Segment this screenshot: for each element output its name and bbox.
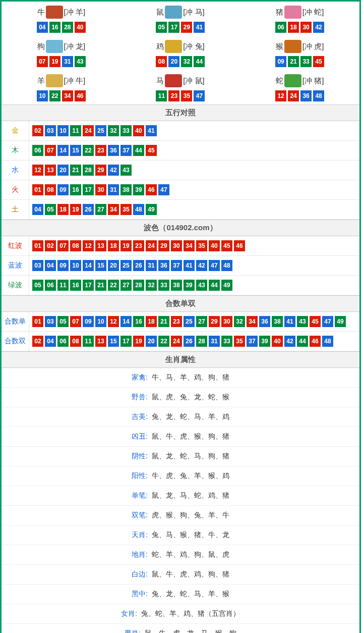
zodiac-name: 牛 bbox=[37, 8, 45, 17]
attribute-label: 双笔: bbox=[132, 511, 148, 519]
number-badge: 48 bbox=[221, 260, 232, 271]
row-numbers: 1213202128294243 bbox=[29, 161, 135, 180]
number-badge: 06 bbox=[57, 336, 69, 347]
number-badge: 26 bbox=[83, 204, 94, 215]
row-label: 水 bbox=[2, 161, 29, 180]
zodiac-title: 蛇[冲 猪] bbox=[241, 73, 358, 88]
attribute-value: 鼠、牛、虎、鸡、狗、猪 bbox=[150, 570, 229, 578]
number-badge: 36 bbox=[108, 145, 119, 156]
shengxiao-rows: 家禽: 牛、马、羊、鸡、狗、猪野兽: 鼠、虎、兔、龙、蛇、猴吉美: 兔、龙、蛇、… bbox=[2, 368, 359, 633]
number-badge: 28 bbox=[196, 336, 207, 347]
number-badge: 24 bbox=[288, 90, 299, 101]
zodiac-name: 狗 bbox=[37, 42, 45, 51]
attribute-row: 双笔: 虎、猴、狗、兔、羊、牛 bbox=[2, 506, 359, 525]
attribute-label: 男肖: bbox=[125, 629, 141, 633]
number-badge: 30 bbox=[171, 240, 182, 251]
attribute-label: 阴性: bbox=[132, 452, 148, 460]
number-badge: 22 bbox=[158, 336, 169, 347]
number-badge: 35 bbox=[120, 204, 132, 215]
zodiac-number-row: 10223446 bbox=[3, 90, 120, 101]
number-badge: 17 bbox=[120, 336, 132, 347]
number-badge: 27 bbox=[95, 204, 106, 215]
zodiac-number-row: 07193143 bbox=[3, 56, 120, 67]
number-badge: 05 bbox=[57, 316, 69, 327]
number-badge: 23 bbox=[133, 240, 144, 251]
number-badge: 20 bbox=[57, 165, 69, 176]
number-badge: 23 bbox=[171, 316, 182, 327]
attribute-value: 牛、马、羊、鸡、狗、猪 bbox=[150, 373, 229, 381]
number-badge: 02 bbox=[32, 336, 43, 347]
number-badge: 14 bbox=[120, 316, 132, 327]
zodiac-title: 狗[冲 龙] bbox=[3, 39, 120, 54]
number-badge: 16 bbox=[70, 280, 81, 291]
number-badge: 31 bbox=[146, 260, 157, 271]
number-badge: 44 bbox=[209, 280, 220, 291]
number-badge: 13 bbox=[95, 336, 106, 347]
number-badge: 42 bbox=[284, 336, 295, 347]
number-badge: 10 bbox=[95, 316, 106, 327]
zodiac-icon bbox=[284, 6, 301, 19]
number-badge: 28 bbox=[133, 280, 144, 291]
attribute-label: 阳性: bbox=[132, 471, 148, 480]
number-badge: 25 bbox=[95, 125, 106, 136]
row-numbers: 0108091617303138394647 bbox=[29, 180, 172, 199]
row-numbers: 06071415222336374445 bbox=[29, 141, 160, 160]
table-row: 绿波05061116172122272832333839434449 bbox=[2, 276, 359, 295]
number-badge: 18 bbox=[288, 22, 299, 33]
zodiac-name: 鼠 bbox=[156, 8, 164, 17]
attribute-label: 地肖: bbox=[132, 550, 148, 558]
shengxiao-header: 生肖属性 bbox=[2, 351, 359, 368]
number-badge: 27 bbox=[120, 280, 132, 291]
attribute-row: 地肖: 蛇、羊、鸡、狗、鼠、虎 bbox=[2, 545, 359, 565]
zodiac-cell: 狗[冲 龙]07193143 bbox=[2, 36, 121, 70]
number-badge: 17 bbox=[168, 22, 179, 33]
number-badge: 44 bbox=[194, 56, 205, 67]
zodiac-title: 鼠[冲 马] bbox=[122, 5, 239, 20]
zodiac-icon bbox=[46, 74, 63, 87]
row-label: 土 bbox=[2, 200, 29, 219]
attribute-label: 单笔: bbox=[132, 491, 148, 499]
number-badge: 44 bbox=[297, 336, 308, 347]
number-badge: 03 bbox=[45, 125, 56, 136]
number-badge: 09 bbox=[57, 184, 69, 195]
row-label: 合数单 bbox=[2, 312, 29, 331]
attribute-row: 阴性: 鼠、龙、蛇、马、狗、猪 bbox=[2, 447, 359, 466]
number-badge: 15 bbox=[70, 145, 81, 156]
zodiac-number-row: 05172941 bbox=[122, 22, 239, 33]
attribute-row: 黑中: 兔、龙、蛇、马、羊、猴 bbox=[2, 585, 359, 604]
attribute-value: 牛、虎、兔、羊、猴、鸡 bbox=[150, 471, 229, 480]
zodiac-icon bbox=[165, 6, 182, 19]
table-row: 水1213202128294243 bbox=[2, 161, 359, 180]
row-numbers: 02031011242532334041 bbox=[29, 121, 160, 140]
zodiac-conflict: [冲 龙] bbox=[64, 42, 86, 51]
number-badge: 36 bbox=[300, 90, 312, 101]
zodiac-name: 鸡 bbox=[156, 42, 164, 51]
number-badge: 04 bbox=[45, 260, 56, 271]
attribute-row: 单笔: 鼠、龙、马、蛇、鸡、猪 bbox=[2, 486, 359, 506]
number-badge: 43 bbox=[120, 165, 132, 176]
number-badge: 39 bbox=[259, 336, 270, 347]
zodiac-title: 猪[冲 蛇] bbox=[241, 5, 358, 20]
number-badge: 43 bbox=[75, 56, 86, 67]
attribute-label: 天肖: bbox=[132, 531, 148, 539]
number-badge: 12 bbox=[108, 316, 119, 327]
number-badge: 11 bbox=[83, 336, 94, 347]
number-badge: 26 bbox=[133, 260, 144, 271]
number-badge: 06 bbox=[275, 22, 286, 33]
row-label: 红波 bbox=[2, 236, 29, 255]
number-badge: 04 bbox=[45, 336, 56, 347]
number-badge: 19 bbox=[133, 336, 144, 347]
attribute-row: 阳性: 牛、虎、兔、羊、猴、鸡 bbox=[2, 466, 359, 486]
number-badge: 45 bbox=[146, 145, 157, 156]
zodiac-title: 牛[冲 羊] bbox=[3, 5, 120, 20]
bose-header: 波色（014902.com） bbox=[2, 220, 359, 236]
table-row: 土04051819262734354849 bbox=[2, 200, 359, 220]
number-badge: 38 bbox=[272, 316, 283, 327]
zodiac-name: 猴 bbox=[276, 42, 283, 51]
number-badge: 08 bbox=[156, 56, 167, 67]
number-badge: 38 bbox=[171, 280, 182, 291]
number-badge: 09 bbox=[57, 260, 69, 271]
number-badge: 43 bbox=[196, 280, 207, 291]
number-badge: 42 bbox=[108, 165, 119, 176]
zodiac-cell: 牛[冲 羊]04162840 bbox=[2, 2, 121, 36]
